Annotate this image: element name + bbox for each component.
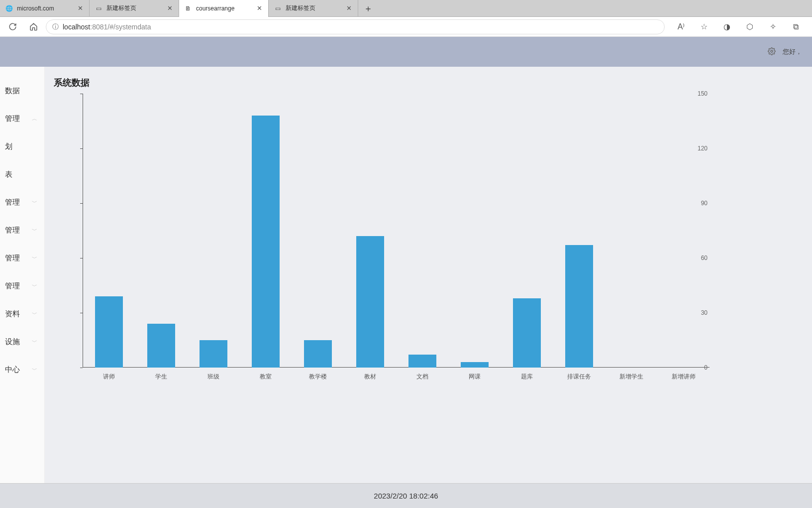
x-tick-label: 新增讲师: [657, 370, 710, 382]
greeting-text: 您好，: [783, 47, 802, 56]
chevron-up-icon: ︿: [32, 115, 37, 123]
y-tick-mark: [80, 313, 83, 313]
sidebar-item[interactable]: 表: [0, 160, 44, 188]
chevron-down-icon: ﹀: [32, 199, 37, 206]
close-icon[interactable]: ✕: [76, 4, 84, 12]
bar-slot: [344, 94, 396, 368]
tab-title: coursearrange: [196, 5, 255, 12]
chart-bar[interactable]: [565, 245, 593, 368]
sidebar-item-label: 表: [5, 170, 12, 179]
x-axis-labels: 讲师学生班级教室教学楼教材文档网课题库排课任务新增学生新增讲师: [83, 370, 710, 382]
sidebar-item[interactable]: 管理﹀: [0, 188, 44, 216]
chevron-down-icon: ﹀: [32, 366, 37, 374]
bar-slot: [187, 94, 239, 368]
bar-slot: [448, 94, 501, 368]
chart-bars: [83, 94, 710, 368]
chart-bar[interactable]: [304, 340, 332, 368]
address-bar[interactable]: ⓘ localhost:8081/#/systemdata: [46, 19, 665, 34]
chart-bar[interactable]: [513, 298, 541, 368]
bar-slot: [501, 94, 553, 368]
x-tick-label: 教材: [344, 370, 396, 382]
x-tick-label: 排课任务: [553, 370, 605, 382]
close-icon[interactable]: ✕: [166, 4, 174, 12]
doc-icon: 🗎: [184, 4, 192, 12]
home-button[interactable]: [25, 18, 42, 35]
x-tick-label: 题库: [501, 370, 553, 382]
browser-tab[interactable]: ▭ 新建标签页 ✕: [269, 0, 358, 17]
bar-slot: [292, 94, 344, 368]
app-body: 数据管理︿划表管理﹀管理﹀管理﹀管理﹀资料﹀设施﹀中心﹀ 系统数据 讲师学生班级…: [0, 67, 812, 483]
chart-bar[interactable]: [200, 340, 227, 368]
y-tick-mark: [80, 368, 83, 368]
sidebar-item[interactable]: 数据: [0, 77, 44, 105]
sidebar-item[interactable]: 资料﹀: [0, 300, 44, 328]
tab-title: 新建标签页: [106, 4, 166, 12]
chart-bar[interactable]: [461, 362, 489, 368]
globe-icon: 🌐: [5, 4, 13, 12]
chevron-down-icon: ﹀: [32, 282, 37, 290]
chevron-down-icon: ﹀: [32, 338, 37, 346]
y-tick-label: 60: [701, 254, 708, 261]
y-tick-label: 120: [698, 145, 708, 152]
y-tick-label: 90: [701, 200, 708, 207]
browser-tab[interactable]: 🌐 microsoft.com ✕: [0, 0, 90, 17]
sidebar-item-label: 数据: [5, 86, 20, 96]
chevron-down-icon: ﹀: [32, 254, 37, 262]
y-tick-mark: [80, 94, 83, 94]
edge-icon: ▭: [274, 4, 282, 12]
sidebar-item[interactable]: 划: [0, 132, 44, 160]
y-tick-label: 30: [701, 309, 708, 316]
favorites-bar-icon[interactable]: ✧: [764, 18, 781, 35]
sidebar-item-label: 管理: [5, 226, 20, 235]
sidebar-item[interactable]: 中心﹀: [0, 356, 44, 383]
bar-slot: [83, 94, 135, 368]
chart-bar[interactable]: [95, 296, 123, 368]
y-tick-mark: [80, 258, 83, 258]
browser-tab[interactable]: ▭ 新建标签页 ✕: [90, 0, 179, 17]
favorite-icon[interactable]: ☆: [696, 18, 712, 35]
collections-icon[interactable]: ⧉: [787, 18, 804, 35]
footer: 2023/2/20 18:02:46: [0, 483, 812, 508]
sidebar-item[interactable]: 管理﹀: [0, 216, 44, 244]
browser-tab-active[interactable]: 🗎 coursearrange ✕: [179, 0, 269, 17]
system-data-chart: 讲师学生班级教室教学楼教材文档网课题库排课任务新增学生新增讲师 03060901…: [63, 94, 710, 382]
chart-bar[interactable]: [252, 116, 280, 368]
screenshot-icon[interactable]: ◑: [718, 18, 735, 35]
chart-bar[interactable]: [356, 236, 384, 368]
y-tick-label: 0: [704, 364, 708, 371]
read-aloud-icon[interactable]: A⁾: [673, 18, 690, 35]
y-tick-mark: [80, 203, 83, 204]
x-tick-label: 文档: [396, 370, 448, 382]
chevron-down-icon: ﹀: [32, 310, 37, 318]
timestamp: 2023/2/20 18:02:46: [374, 492, 438, 500]
sidebar-item-label: 中心: [5, 365, 20, 375]
sidebar-item-label: 管理: [5, 254, 20, 263]
sidebar-item-label: 管理: [5, 281, 20, 291]
bar-slot: [605, 94, 657, 368]
tab-title: 新建标签页: [286, 4, 345, 12]
refresh-button[interactable]: [4, 18, 21, 35]
close-icon[interactable]: ✕: [255, 4, 263, 12]
main-content: 系统数据 讲师学生班级教室教学楼教材文档网课题库排课任务新增学生新增讲师 030…: [45, 67, 812, 483]
sidebar-item[interactable]: 设施﹀: [0, 328, 44, 356]
extensions-icon[interactable]: ⬡: [741, 18, 758, 35]
edge-icon: ▭: [95, 4, 102, 12]
sidebar-item[interactable]: 管理︿: [0, 105, 44, 132]
x-tick-label: 教室: [239, 370, 292, 382]
nav-right-controls: A⁾ ☆ ◑ ⬡ ✧ ⧉: [669, 18, 808, 35]
info-icon[interactable]: ⓘ: [52, 22, 59, 31]
y-tick-label: 150: [698, 90, 708, 97]
close-icon[interactable]: ✕: [345, 4, 353, 12]
browser-nav-bar: ⓘ localhost:8081/#/systemdata A⁾ ☆ ◑ ⬡ ✧…: [0, 17, 812, 37]
chevron-down-icon: ﹀: [32, 227, 37, 234]
sidebar-item[interactable]: 管理﹀: [0, 244, 44, 272]
sidebar-item-label: 管理: [5, 198, 20, 207]
new-tab-button[interactable]: ＋: [361, 1, 375, 15]
chart-bar[interactable]: [147, 324, 175, 368]
x-tick-label: 班级: [187, 370, 239, 382]
svg-point-0: [771, 50, 773, 52]
sidebar-item[interactable]: 管理﹀: [0, 272, 44, 300]
sidebar: 数据管理︿划表管理﹀管理﹀管理﹀管理﹀资料﹀设施﹀中心﹀: [0, 67, 45, 483]
chart-bar[interactable]: [408, 355, 436, 368]
gear-icon[interactable]: [768, 47, 776, 57]
